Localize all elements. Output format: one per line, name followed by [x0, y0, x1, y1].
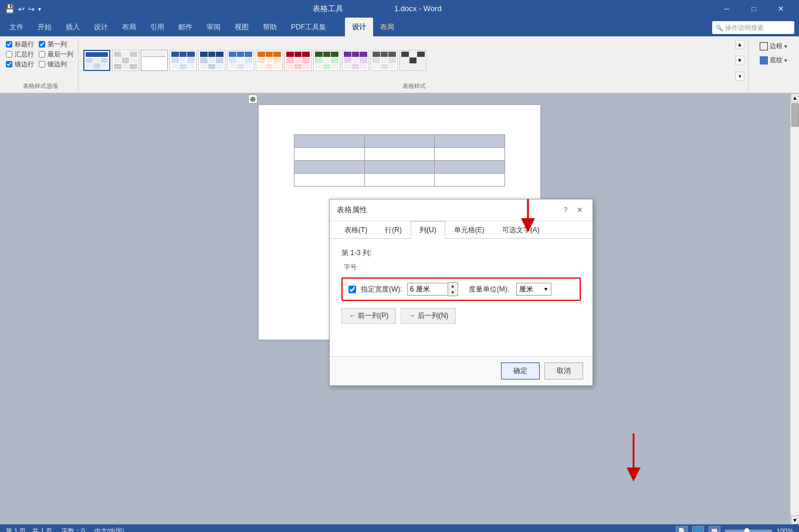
table-cell[interactable]: [294, 174, 365, 187]
width-value-display[interactable]: 6 厘米: [407, 283, 448, 296]
tab-insert[interactable]: 插入: [59, 18, 87, 36]
spin-up-button[interactable]: ▲: [448, 283, 458, 289]
table-cell[interactable]: [294, 135, 365, 148]
table-cell[interactable]: [364, 187, 435, 199]
tab-pdf-tools[interactable]: PDF工具集: [284, 18, 333, 36]
tab-view[interactable]: 视图: [228, 18, 256, 36]
tab-mailings[interactable]: 邮件: [171, 18, 199, 36]
style-option-last-col[interactable]: 最后一列: [39, 50, 73, 59]
table-style-item-selected[interactable]: [83, 50, 110, 71]
table-style-item-6[interactable]: [256, 50, 283, 71]
ok-button[interactable]: 确定: [501, 362, 540, 379]
table-style-item-2[interactable]: [141, 50, 168, 71]
ribbon-group-table-styles: ▲ ▼ ▾ 表格样式: [80, 39, 749, 92]
quick-access-toolbar: 💾 ↩ ↪ ▾: [5, 4, 41, 13]
maximize-button[interactable]: □: [740, 0, 767, 18]
banded-rows-checkbox[interactable]: [6, 61, 12, 67]
tab-table-layout[interactable]: 布局: [373, 18, 401, 36]
table-cell[interactable]: [364, 174, 435, 187]
table-cell[interactable]: [435, 174, 505, 187]
main-content: ⊕: [0, 93, 799, 524]
tab-help[interactable]: 帮助: [256, 18, 284, 36]
style-option-banded-cols[interactable]: 镶边列: [39, 60, 73, 69]
table-cell[interactable]: [435, 161, 505, 174]
banded-cols-checkbox[interactable]: [39, 61, 45, 67]
width-control-row: 指定宽度(W): 6 厘米 ▲ ▼ 度量单位(M): 厘米 ▼: [341, 277, 581, 301]
table-cell[interactable]: [364, 148, 435, 161]
table-style-item-7[interactable]: [285, 50, 312, 71]
undo-icon[interactable]: ↩: [18, 5, 25, 13]
header-row-checkbox[interactable]: [6, 41, 12, 48]
dialog-tab-cell[interactable]: 单元格(E): [445, 221, 493, 239]
gallery-more[interactable]: ▾: [735, 72, 744, 81]
redo-icon[interactable]: ↪: [28, 5, 35, 13]
style-option-total-row[interactable]: 汇总行: [6, 50, 34, 59]
table-style-item-4[interactable]: [198, 50, 225, 71]
table-style-item-8[interactable]: [313, 50, 340, 71]
view-print-button[interactable]: 📄: [676, 526, 688, 532]
save-icon[interactable]: 💾: [5, 4, 15, 13]
last-col-checkbox[interactable]: [39, 51, 45, 57]
table-style-item-10[interactable]: [371, 50, 398, 71]
table-style-gallery: ▲ ▼ ▾: [83, 40, 744, 81]
measure-dropdown-arrow-icon: ▼: [543, 286, 549, 292]
table-style-item-3[interactable]: [170, 50, 197, 71]
dialog-help-button[interactable]: ?: [560, 204, 571, 216]
table-cell[interactable]: [364, 161, 435, 174]
title-text: 1.docx - Word: [394, 4, 442, 13]
gallery-scroll-down[interactable]: ▼: [735, 56, 744, 65]
tab-design[interactable]: 设计: [87, 18, 115, 36]
table-style-item-9[interactable]: [342, 50, 369, 71]
close-button[interactable]: ✕: [767, 0, 794, 18]
view-read-button[interactable]: 📖: [709, 526, 720, 532]
table-row: [294, 174, 505, 187]
style-option-banded-rows[interactable]: 镶边行: [6, 60, 34, 69]
dialog-controls: ? ✕: [560, 204, 585, 216]
spin-down-button[interactable]: ▼: [448, 289, 458, 296]
table-cell[interactable]: [294, 161, 365, 174]
table-move-handle[interactable]: ⊕: [248, 94, 258, 104]
dialog-tab-alt-text[interactable]: 可选文字(A): [493, 221, 549, 239]
measure-select[interactable]: 厘米 ▼: [516, 283, 551, 296]
scroll-down-button[interactable]: ▼: [791, 516, 800, 524]
table-cell[interactable]: [435, 187, 505, 199]
scroll-up-button[interactable]: ▲: [791, 93, 800, 102]
tab-references[interactable]: 引用: [143, 18, 171, 36]
style-option-first-col[interactable]: 第一列: [39, 40, 73, 49]
prev-col-button[interactable]: ← 前一列(P): [341, 308, 396, 324]
borders-button[interactable]: 边框 ▾: [756, 40, 791, 52]
scroll-thumb[interactable]: [791, 103, 799, 127]
gallery-scroll-up[interactable]: ▲: [735, 40, 744, 49]
tab-file[interactable]: 文件: [2, 18, 31, 36]
dialog-tab-row[interactable]: 行(R): [376, 221, 411, 239]
dialog-tab-table[interactable]: 表格(T): [336, 221, 376, 239]
tab-review[interactable]: 审阅: [199, 18, 228, 36]
width-checkbox[interactable]: [348, 286, 356, 293]
search-bar[interactable]: 🔍 操作说明搜索: [712, 21, 794, 34]
tab-home[interactable]: 开始: [31, 18, 59, 36]
table-cell[interactable]: [435, 148, 505, 161]
first-col-checkbox[interactable]: [39, 41, 45, 48]
dialog-tabs: 表格(T) 行(R) 列(U) 单元格(E) 可选文字(A): [330, 221, 593, 239]
next-col-button[interactable]: → 后一列(N): [401, 308, 456, 324]
table-cell[interactable]: [435, 135, 505, 148]
minimize-button[interactable]: ─: [713, 0, 740, 18]
app-title: 表格工具 1.docx - Word: [41, 4, 713, 14]
tab-layout-main[interactable]: 布局: [115, 18, 143, 36]
dialog-close-button[interactable]: ✕: [574, 204, 585, 216]
table-style-item-1[interactable]: [112, 50, 139, 71]
view-web-button[interactable]: 🌐: [692, 526, 704, 532]
tab-table-design[interactable]: 设计: [345, 18, 373, 36]
table-style-item-5[interactable]: [227, 50, 254, 71]
shading-button[interactable]: 底纹 ▾: [756, 54, 791, 66]
table-cell[interactable]: [294, 187, 365, 199]
table-style-item-11[interactable]: [400, 50, 426, 71]
total-row-checkbox[interactable]: [6, 51, 12, 57]
table-cell[interactable]: [294, 148, 365, 161]
style-option-header-row[interactable]: 标题行: [6, 40, 34, 49]
table-cell[interactable]: [364, 135, 435, 148]
zoom-slider[interactable]: [725, 530, 772, 532]
ribbon-group-borders: 边框 ▾ 底纹 ▾: [750, 39, 797, 92]
dialog-tab-col[interactable]: 列(U): [411, 221, 445, 239]
cancel-button[interactable]: 取消: [544, 362, 583, 379]
